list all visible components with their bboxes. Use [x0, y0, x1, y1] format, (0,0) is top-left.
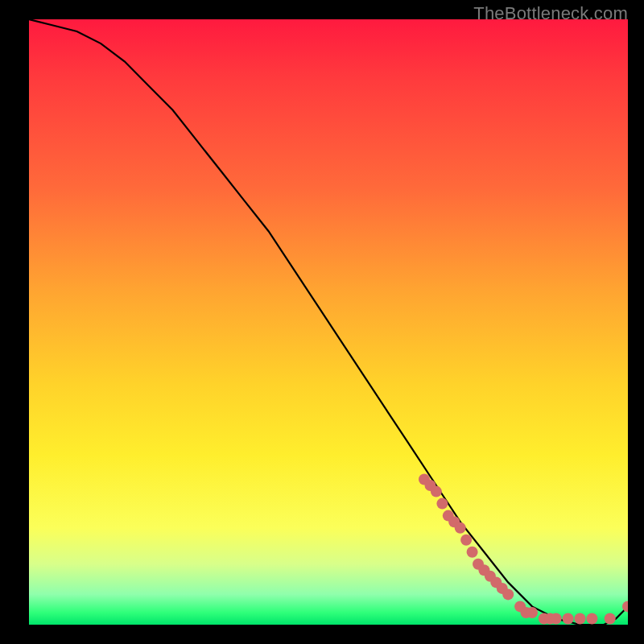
- chart-svg: [29, 19, 628, 625]
- curve-path: [29, 19, 628, 625]
- scatter-point: [551, 613, 562, 625]
- scatter-group: [419, 474, 628, 625]
- scatter-point: [460, 535, 472, 546]
- watermark-text: TheBottleneck.com: [473, 3, 628, 24]
- scatter-point: [467, 547, 478, 558]
- scatter-point: [575, 613, 586, 625]
- scatter-point: [431, 486, 442, 497]
- scatter-point: [502, 588, 514, 600]
- scatter-point: [526, 607, 538, 618]
- scatter-point: [605, 613, 616, 625]
- scatter-point: [563, 613, 574, 625]
- scatter-point: [455, 522, 466, 534]
- scatter-point: [436, 498, 448, 510]
- chart-stage: TheBottleneck.com: [0, 0, 644, 644]
- plot-area: [29, 19, 628, 625]
- scatter-point: [586, 613, 597, 625]
